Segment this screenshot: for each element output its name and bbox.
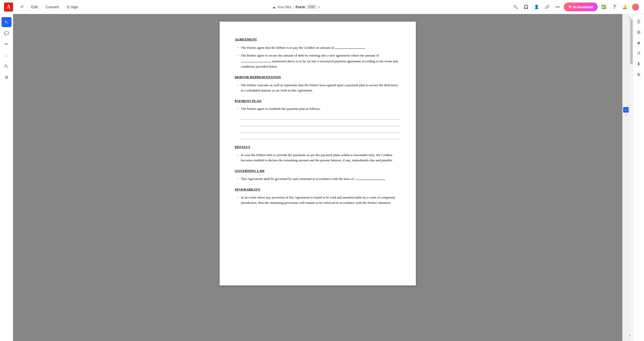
bullet-dash: - xyxy=(237,53,238,69)
amount-field-2[interactable] xyxy=(241,58,271,62)
governing-law-field[interactable] xyxy=(355,176,385,180)
payment-line-4[interactable] xyxy=(240,134,401,139)
history-icon: ↺ xyxy=(20,5,23,9)
text-icon: AT xyxy=(4,64,9,69)
cursor-icon: ↖ xyxy=(5,19,8,25)
eraser-icon: ◌ xyxy=(5,53,8,58)
navbar: A ↺ Edit Convert E-Sign ☁ Your files / F… xyxy=(0,0,644,14)
bullet-dash: - xyxy=(237,106,238,112)
link-icon: 🔗 xyxy=(545,5,550,9)
amount-field-1[interactable] xyxy=(335,45,365,49)
payment-line-2[interactable] xyxy=(240,121,401,126)
comment-icon: 💬 xyxy=(4,31,9,36)
right-sidebar: ☰ ⊞ ◉ ↺ ⬇ ⊕ xyxy=(633,14,644,341)
check-circle-button[interactable]: ✅ xyxy=(599,3,608,12)
pen-icon: ✏ xyxy=(5,41,8,47)
debtor-rep-title: DEBTOR REPRESENTATION xyxy=(235,74,401,80)
doc-type-dropdown[interactable]: ▾ xyxy=(318,5,320,9)
list-item: - The Parties agree that the Debtor is t… xyxy=(235,45,401,51)
history-button[interactable]: ↺ xyxy=(17,3,26,12)
bullet-dash: - xyxy=(237,82,238,93)
properties-icon: ☰ xyxy=(637,19,640,24)
page-number-panel: 1 2 xyxy=(622,14,629,341)
edit-menu[interactable]: Edit xyxy=(28,3,41,11)
list-item: - The Debtor warrants as well as represe… xyxy=(235,82,401,93)
pdf-page: AGREEMENT - The Parties agree that the D… xyxy=(220,22,416,285)
pen-tool[interactable]: ✏ xyxy=(2,39,12,49)
text-tool[interactable]: AT xyxy=(2,61,12,71)
left-sidebar: ↖ 💬 ✏ ◌ AT ⚙ xyxy=(0,14,13,341)
ai-assistant-label: AI Assistant xyxy=(573,5,593,9)
convert-menu[interactable]: Convert xyxy=(43,3,62,11)
bullet-dash: - xyxy=(237,45,238,51)
main-content: AGREEMENT - The Parties agree that the D… xyxy=(13,14,622,341)
check-circle-icon: ✅ xyxy=(601,5,606,9)
bullet-dash: - xyxy=(237,195,238,206)
refresh-icon: ↺ xyxy=(637,51,640,56)
ai-icon: ✦ xyxy=(568,5,572,9)
page-1-indicator[interactable]: 1 xyxy=(623,107,629,113)
governing-law-title: GOVERNING LAW xyxy=(235,168,401,174)
list-item: - In an event where any provision of thi… xyxy=(235,195,401,206)
app-logo: A xyxy=(4,3,13,12)
comment-tool[interactable]: 💬 xyxy=(2,28,12,38)
avatar xyxy=(632,4,639,11)
payment-plan-title: PAYMENT PLAN xyxy=(235,98,401,104)
search-icon: 🔍 xyxy=(513,5,518,9)
agreement-title: AGREEMENT xyxy=(235,37,401,42)
payment-plan-form xyxy=(240,114,401,139)
payment-line-3[interactable] xyxy=(240,127,401,133)
doc-type-badge: PDF xyxy=(306,5,317,9)
refresh-button[interactable]: ↺ xyxy=(634,49,643,58)
breadcrumb-location: Your files xyxy=(277,5,292,9)
scroll-thumb[interactable] xyxy=(630,19,633,64)
doc-name: Form xyxy=(296,5,305,9)
account-button[interactable]: 👤 xyxy=(532,3,541,12)
breadcrumb-separator: / xyxy=(293,5,294,9)
download-icon: ⬇ xyxy=(637,61,640,67)
notifications-button[interactable]: 🔔 xyxy=(620,3,629,12)
ai-assistant-button[interactable]: ✦ AI Assistant xyxy=(564,3,598,11)
more-icon: ••• xyxy=(555,5,560,9)
zoom-icon: ⊕ xyxy=(637,72,640,77)
zoom-button[interactable]: ⊕ xyxy=(634,70,643,79)
eraser-tool[interactable]: ◌ xyxy=(2,50,12,60)
default-title: DEFAULT xyxy=(235,144,401,150)
properties-panel-button[interactable]: ☰ xyxy=(634,17,643,26)
headphones-button[interactable]: 🎧 xyxy=(521,3,531,12)
avatar-button[interactable] xyxy=(631,3,640,12)
help-icon: ❓ xyxy=(612,5,617,9)
cursor-tool[interactable]: ↖ xyxy=(2,17,12,27)
navbar-right: 🔍 🎧 👤 🔗 ••• ✦ AI Assistant ✅ ❓ 🔔 xyxy=(511,3,640,12)
logo-letter: A xyxy=(7,4,10,10)
bell-icon: 🔔 xyxy=(622,5,627,9)
list-item: - This Agreement shall be governed by an… xyxy=(235,176,401,182)
cloud-icon: ☁ xyxy=(272,5,276,9)
more-button[interactable]: ••• xyxy=(553,3,562,12)
stamp-tool[interactable]: ⚙ xyxy=(2,72,12,82)
page-2-indicator[interactable]: 2 xyxy=(625,114,627,117)
bullet-dash: - xyxy=(237,176,238,182)
thumbnails-icon: ⊞ xyxy=(637,30,640,35)
list-item: - The Parties agree to establish the pay… xyxy=(235,106,401,112)
help-button[interactable]: ❓ xyxy=(610,3,619,12)
list-item: - The Parties agree to secure the amount… xyxy=(235,53,401,69)
stamp-icon: ⚙ xyxy=(5,75,9,80)
bullet-dash: - xyxy=(237,152,238,163)
esign-menu[interactable]: E-Sign xyxy=(64,3,81,11)
download-button[interactable]: ⬇ xyxy=(634,59,643,68)
thumbnails-button[interactable]: ⊞ xyxy=(634,28,643,37)
eye-settings-button[interactable]: ◉ xyxy=(634,38,643,47)
scrollbar[interactable] xyxy=(629,14,633,341)
severability-title: SEVERABILITY xyxy=(235,187,401,192)
payment-line-1[interactable] xyxy=(240,114,401,120)
breadcrumb: ☁ Your files / Form PDF ▾ xyxy=(83,5,509,9)
account-icon: 👤 xyxy=(534,5,539,9)
headphones-icon: 🎧 xyxy=(524,5,529,9)
eye-settings-icon: ◉ xyxy=(637,41,640,45)
list-item: - In case the Debtor fails to provide th… xyxy=(235,152,401,163)
link-button[interactable]: 🔗 xyxy=(543,3,552,12)
search-button[interactable]: 🔍 xyxy=(511,3,520,12)
